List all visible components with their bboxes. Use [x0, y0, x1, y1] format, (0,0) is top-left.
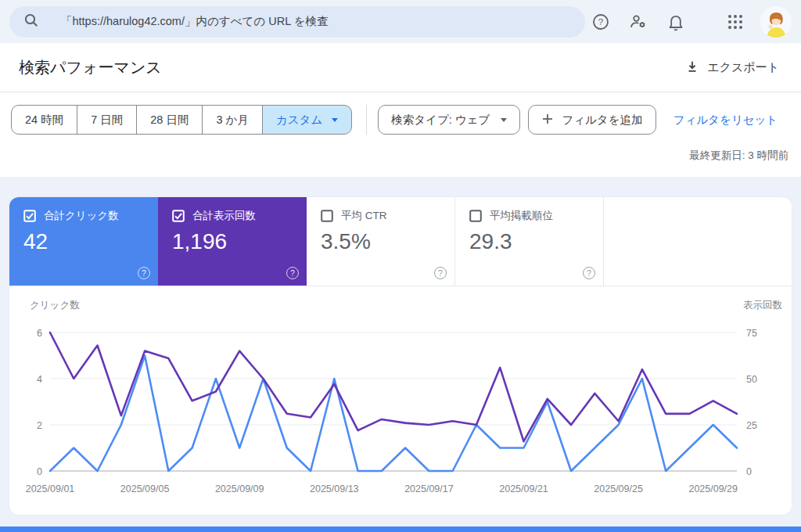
- metric-cards-filler: [604, 197, 792, 286]
- y-axis-tick-right: 75: [746, 328, 757, 339]
- performance-card: 合計クリック数 42 ? 合計表示回数 1,196 ? 平均 CTR 3.5% …: [9, 197, 792, 515]
- metric-card-average-position[interactable]: 平均掲載順位 29.3 ?: [455, 197, 604, 286]
- checkbox-unchecked-icon[interactable]: [321, 210, 333, 222]
- left-axis-title: クリック数: [30, 299, 80, 312]
- url-inspection-search-bar[interactable]: 「https://harulog42.com/」内のすべての URL を検査: [9, 6, 585, 38]
- plus-icon: [541, 113, 554, 128]
- metric-value: 42: [23, 229, 145, 254]
- right-axis-title: 表示回数: [743, 299, 782, 312]
- chevron-down-icon: [501, 118, 507, 122]
- x-axis-tick: 2025/09/29: [688, 483, 738, 494]
- metric-card-average-ctr[interactable]: 平均 CTR 3.5% ?: [307, 197, 455, 286]
- x-axis-tick: 2025/09/17: [404, 483, 454, 494]
- top-app-bar: 「https://harulog42.com/」内のすべての URL を検査 ?: [0, 0, 801, 43]
- reset-filters-link[interactable]: フィルタをリセット: [673, 113, 778, 128]
- add-filter-button[interactable]: フィルタを追加: [528, 105, 656, 135]
- metric-label: 合計表示回数: [192, 209, 256, 223]
- metric-value: 3.5%: [321, 229, 442, 254]
- export-button[interactable]: エクスポート: [682, 55, 782, 81]
- help-icon[interactable]: ?: [583, 267, 595, 279]
- performance-chart: クリック数 表示回数 675450225002025/09/012025/09/…: [9, 286, 792, 506]
- y-axis-tick-left: 0: [37, 466, 42, 477]
- last-updated-text: 最終更新日: 3 時間前: [0, 135, 801, 177]
- x-axis-tick: 2025/09/05: [120, 483, 170, 494]
- notifications-bell-icon[interactable]: [660, 6, 691, 38]
- tab-24h[interactable]: 24 時間: [11, 105, 77, 135]
- search-type-dropdown[interactable]: 検索タイプ: ウェブ: [378, 105, 520, 135]
- avatar[interactable]: [760, 6, 792, 38]
- tab-custom[interactable]: カスタム: [262, 105, 352, 135]
- page-title: 検索パフォーマンス: [19, 57, 162, 78]
- help-icon[interactable]: ?: [138, 267, 150, 279]
- filter-separator: [366, 105, 367, 135]
- axis-titles: クリック数 表示回数: [9, 299, 792, 315]
- performance-section: 合計クリック数 42 ? 合計表示回数 1,196 ? 平均 CTR 3.5% …: [0, 177, 801, 530]
- y-axis-tick-left: 6: [37, 328, 42, 339]
- x-axis-tick: 2025/09/09: [215, 483, 264, 494]
- tab-7d[interactable]: 7 日間: [77, 105, 137, 135]
- y-axis-tick-right: 0: [746, 466, 752, 477]
- metric-label: 平均掲載順位: [490, 209, 553, 223]
- checkbox-unchecked-icon[interactable]: [469, 210, 482, 222]
- help-icon[interactable]: ?: [434, 267, 447, 279]
- metric-card-total-impressions[interactable]: 合計表示回数 1,196 ?: [158, 197, 307, 286]
- tab-28d[interactable]: 28 日間: [136, 105, 203, 135]
- metric-label: 平均 CTR: [341, 209, 387, 223]
- metric-card-total-clicks[interactable]: 合計クリック数 42 ?: [9, 197, 158, 286]
- x-axis-tick: 2025/09/21: [499, 483, 548, 494]
- x-axis-tick: 2025/09/25: [594, 483, 643, 494]
- metric-cards-row: 合計クリック数 42 ? 合計表示回数 1,196 ? 平均 CTR 3.5% …: [9, 197, 792, 286]
- download-icon: [685, 59, 699, 76]
- header-icons: ?: [585, 6, 792, 38]
- y-axis-tick-right: 25: [746, 420, 757, 431]
- page-header: 検索パフォーマンス エクスポート: [0, 43, 801, 92]
- metric-label: 合計クリック数: [44, 209, 119, 223]
- date-range-tabs: 24 時間 7 日間 28 日間 3 か月 カスタム: [11, 105, 352, 135]
- x-axis-tick: 2025/09/13: [310, 483, 359, 494]
- metric-value: 29.3: [469, 229, 591, 254]
- search-icon: [23, 13, 39, 31]
- line-chart-canvas[interactable]: 675450225002025/09/012025/09/052025/09/0…: [9, 315, 792, 506]
- x-axis-tick: 2025/09/01: [26, 483, 75, 494]
- help-icon[interactable]: ?: [585, 6, 616, 38]
- y-axis-tick-right: 50: [746, 374, 757, 385]
- clicks-line: [50, 356, 737, 472]
- chevron-down-icon: [332, 118, 338, 122]
- checkbox-checked-icon[interactable]: [172, 210, 185, 222]
- y-axis-tick-left: 2: [37, 420, 42, 431]
- filter-bar: 24 時間 7 日間 28 日間 3 か月 カスタム 検索タイプ: ウェブ フィ…: [0, 92, 801, 135]
- bottom-accent-bar: [0, 527, 801, 532]
- svg-text:?: ?: [598, 17, 603, 27]
- y-axis-tick-left: 4: [37, 374, 42, 385]
- url-inspection-placeholder: 「https://harulog42.com/」内のすべての URL を検査: [61, 14, 329, 29]
- tab-3m[interactable]: 3 か月: [202, 105, 262, 135]
- apps-grid-icon[interactable]: [720, 6, 751, 38]
- user-settings-icon[interactable]: [623, 6, 654, 38]
- help-icon[interactable]: ?: [286, 267, 299, 279]
- metric-value: 1,196: [172, 229, 294, 254]
- export-label: エクスポート: [707, 60, 779, 75]
- checkbox-checked-icon[interactable]: [23, 210, 36, 222]
